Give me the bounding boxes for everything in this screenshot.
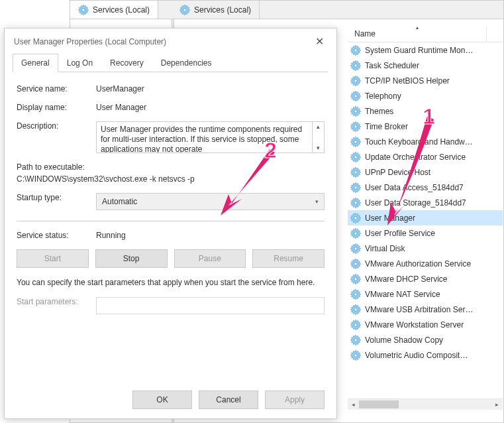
service-row[interactable]: User Data Access_5184dd7 (348, 180, 503, 195)
start-parameters-hint: You can specify the start parameters tha… (17, 277, 325, 288)
scroll-left-icon[interactable]: ◂ (348, 399, 359, 410)
service-name: VMware USB Arbitration Ser… (365, 305, 473, 314)
service-row[interactable]: TCP/IP NetBIOS Helper (348, 73, 503, 88)
apply-button[interactable]: Apply (265, 391, 325, 409)
gear-icon (350, 289, 361, 300)
service-name: User Data Storage_5184dd7 (365, 198, 466, 208)
gear-icon (179, 5, 190, 15)
service-row[interactable]: User Data Storage_5184dd7 (348, 195, 503, 210)
close-icon[interactable]: ✕ (311, 35, 327, 48)
service-row[interactable]: Telephony (348, 88, 503, 103)
description-textbox[interactable]: User Manager provides the runtime compon… (96, 121, 313, 153)
service-name: User Data Access_5184dd7 (365, 183, 464, 192)
service-row[interactable]: UPnP Device Host (348, 164, 503, 180)
service-name: User Manager (365, 213, 415, 223)
gear-icon (350, 274, 361, 284)
label-service-status: Service status: (17, 231, 96, 240)
start-button[interactable]: Start (17, 249, 89, 268)
gear-icon (350, 121, 361, 132)
service-row[interactable]: User Profile Service (348, 225, 503, 241)
service-name: Telephony (365, 91, 401, 101)
service-row[interactable]: Virtual Disk (348, 241, 503, 256)
service-name: User Profile Service (365, 229, 435, 238)
dialog-tabs: General Log On Recovery Dependencies (13, 53, 328, 72)
service-row[interactable]: Volumetric Audio Composit… (348, 347, 503, 363)
service-row[interactable]: Themes (348, 103, 503, 119)
resume-button[interactable]: Resume (252, 249, 325, 268)
start-parameters-input[interactable] (96, 297, 325, 314)
service-row[interactable]: System Guard Runtime Mon… (348, 42, 503, 58)
tab-dependencies[interactable]: Dependencies (152, 54, 221, 72)
gear-icon (350, 243, 361, 254)
divider (17, 221, 325, 221)
service-row[interactable]: Volume Shadow Copy (348, 332, 503, 347)
services-list[interactable]: System Guard Runtime Mon…Task SchedulerT… (348, 42, 503, 363)
tab-logon[interactable]: Log On (58, 54, 101, 72)
services-list-panel: ▴ Name System Guard Runtime Mon…Task Sch… (348, 27, 503, 410)
service-row[interactable]: Update Orchestrator Service (348, 149, 503, 164)
gear-icon (350, 137, 361, 147)
service-row[interactable]: VMware Authorization Service (348, 256, 503, 271)
horizontal-scrollbar[interactable]: ◂ ▸ (348, 398, 503, 410)
scrollbar-thumb[interactable] (359, 400, 399, 408)
service-name: Themes (365, 107, 393, 116)
service-name: Virtual Disk (365, 244, 405, 253)
service-row[interactable]: Touch Keyboard and Handw… (348, 134, 503, 149)
gear-icon (350, 350, 361, 361)
service-name: Update Orchestrator Service (365, 152, 466, 162)
label-display-name: Display name: (17, 103, 96, 112)
column-header-name[interactable]: ▴ Name (348, 27, 487, 42)
tab-label: Services (Local) (93, 5, 150, 15)
service-name: VMware Authorization Service (365, 259, 471, 269)
services-column-header: ▴ Name (348, 27, 503, 42)
gear-icon (350, 60, 361, 71)
service-row[interactable]: VMware NAT Service (348, 286, 503, 302)
gear-icon (350, 182, 361, 193)
description-scrollbar[interactable]: ▴ ▾ (313, 121, 325, 153)
service-name: Time Broker (365, 122, 408, 131)
pause-button[interactable]: Pause (174, 249, 246, 268)
gear-icon (350, 45, 361, 56)
gear-icon (350, 198, 361, 208)
label-startup-type: Startup type: (17, 193, 96, 202)
service-name: VMware DHCP Service (365, 274, 447, 284)
service-row[interactable]: Time Broker (348, 119, 503, 134)
tab-general[interactable]: General (13, 54, 58, 72)
service-row[interactable]: User Manager (348, 210, 503, 225)
label-description: Description: (17, 121, 96, 131)
scroll-up-icon[interactable]: ▴ (313, 122, 324, 131)
gear-icon (350, 228, 361, 239)
value-display-name: User Manager (96, 103, 325, 112)
scroll-down-icon[interactable]: ▾ (313, 143, 324, 152)
service-row[interactable]: VMware DHCP Service (348, 271, 503, 286)
service-row[interactable]: Task Scheduler (348, 58, 503, 73)
chevron-down-icon: ▾ (315, 198, 319, 205)
tab-label: Services (Local) (194, 5, 251, 15)
service-name: TCP/IP NetBIOS Helper (365, 76, 450, 86)
gear-icon (350, 213, 361, 223)
startup-type-select[interactable]: Automatic ▾ (96, 193, 325, 210)
gear-icon (350, 335, 361, 345)
cancel-button[interactable]: Cancel (199, 391, 258, 409)
tab-services-local-left[interactable]: Services (Local) (70, 1, 158, 19)
gear-icon (350, 167, 361, 178)
value-service-status: Running (96, 231, 325, 240)
gear-icon (350, 304, 361, 315)
ok-button[interactable]: OK (132, 391, 192, 409)
service-name: Volume Shadow Copy (365, 335, 443, 345)
stop-button[interactable]: Stop (95, 249, 168, 268)
service-row[interactable]: VMware USB Arbitration Ser… (348, 302, 503, 317)
tab-recovery[interactable]: Recovery (101, 54, 152, 72)
dialog-title: User Manager Properties (Local Computer) (14, 37, 166, 46)
scroll-right-icon[interactable]: ▸ (491, 399, 503, 410)
service-row[interactable]: VMware Workstation Server (348, 317, 503, 332)
service-name: UPnP Device Host (365, 168, 430, 177)
gear-icon (350, 259, 361, 269)
tab-services-local-right[interactable]: Services (Local) (172, 1, 260, 19)
service-name: VMware NAT Service (365, 290, 440, 299)
gear-icon (350, 320, 361, 330)
gear-icon (78, 5, 89, 15)
service-name: VMware Workstation Server (365, 320, 464, 330)
gear-icon (350, 106, 361, 117)
sort-indicator-icon: ▴ (416, 25, 419, 30)
